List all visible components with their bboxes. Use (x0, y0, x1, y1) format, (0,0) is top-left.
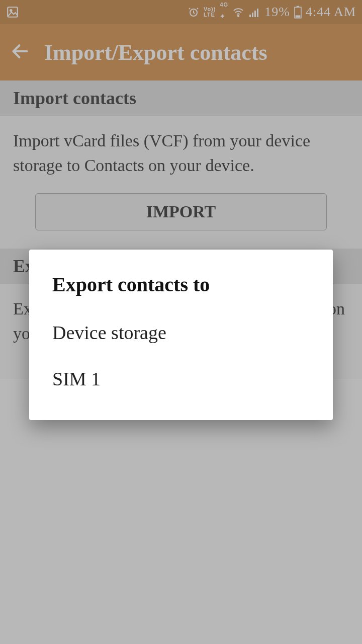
svg-rect-9 (297, 6, 299, 8)
svg-point-3 (238, 15, 239, 16)
signal-icon (248, 6, 260, 18)
alarm-icon (188, 6, 200, 18)
wifi-icon (232, 6, 244, 18)
app-bar: Import/Export contacts (0, 24, 362, 80)
net-top: 4G (220, 2, 228, 8)
svg-rect-7 (257, 9, 258, 17)
svg-rect-6 (254, 11, 256, 17)
battery-percent: 19% (264, 5, 290, 20)
svg-rect-5 (252, 13, 253, 17)
volte-bot: LTE (204, 12, 215, 18)
dialog-title: Export contacts to (29, 273, 333, 309)
page-title: Import/Export contacts (44, 40, 267, 65)
export-destination-dialog: Export contacts to Device storage SIM 1 (29, 250, 333, 420)
picture-icon (6, 6, 19, 19)
svg-point-1 (10, 10, 12, 11)
import-section-header: Import contacts (0, 80, 362, 116)
dialog-option-device-storage[interactable]: Device storage (29, 309, 333, 356)
network-indicator: 4G (220, 2, 228, 23)
svg-rect-10 (295, 15, 300, 17)
import-section-body: Import vCard files (VCF) from your devic… (0, 116, 362, 249)
clock: 4:44 AM (306, 5, 356, 20)
volte-indicator: Vo)) LTE (204, 7, 216, 18)
import-button[interactable]: IMPORT (35, 193, 327, 230)
import-description: Import vCard files (VCF) from your devic… (13, 128, 349, 178)
dialog-option-sim-1[interactable]: SIM 1 (29, 356, 333, 402)
lightning-icon (220, 8, 225, 23)
battery-icon (294, 6, 302, 19)
status-bar: Vo)) LTE 4G 19% 4:44 AM (0, 0, 362, 24)
svg-rect-4 (249, 15, 251, 17)
back-arrow-icon[interactable] (10, 41, 30, 63)
